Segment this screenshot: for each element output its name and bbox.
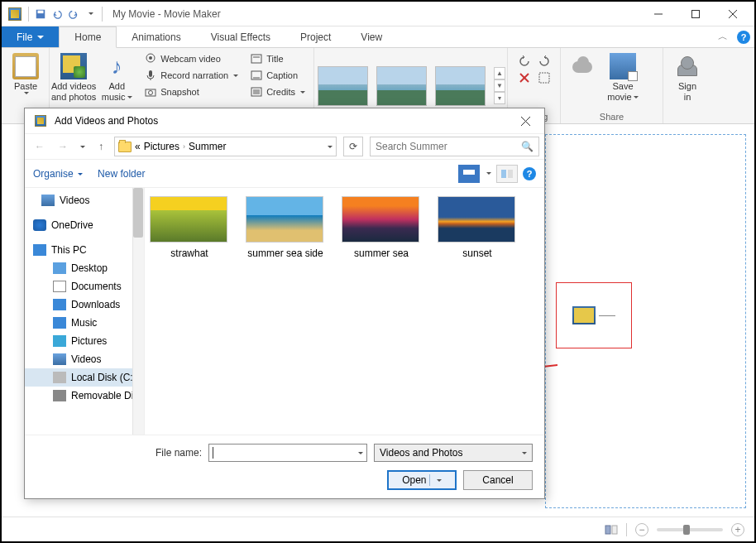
file-item[interactable]: strawhat bbox=[150, 196, 229, 259]
add-videos-photos-button[interactable]: Add videos and photos bbox=[55, 51, 93, 103]
zoom-in-button[interactable]: + bbox=[731, 523, 744, 536]
record-narration-button[interactable]: Record narration bbox=[141, 68, 242, 83]
microphone-icon bbox=[144, 69, 157, 82]
file-item[interactable]: summer sea side bbox=[246, 196, 325, 259]
svg-point-12 bbox=[149, 91, 153, 95]
minimize-button[interactable] bbox=[639, 2, 677, 26]
help-button[interactable]: ? bbox=[733, 26, 754, 47]
organise-menu[interactable]: Organise bbox=[33, 168, 83, 180]
file-name-dropdown[interactable] bbox=[356, 447, 363, 459]
file-type-select[interactable]: Videos and Photos bbox=[374, 444, 533, 462]
search-input[interactable] bbox=[376, 141, 521, 152]
tree-item-videos2[interactable]: Videos bbox=[25, 350, 144, 368]
tree-item-videos[interactable]: Videos bbox=[25, 191, 144, 209]
svg-rect-3 bbox=[691, 10, 699, 17]
view-dropdown[interactable] bbox=[486, 172, 491, 175]
up-button[interactable]: ↑ bbox=[91, 137, 111, 156]
preview-pane-button[interactable] bbox=[496, 165, 518, 183]
tree-item-documents[interactable]: Documents bbox=[25, 277, 144, 296]
tab-home[interactable]: Home bbox=[59, 26, 117, 48]
file-tab[interactable]: File bbox=[2, 26, 59, 47]
svg-rect-26 bbox=[605, 526, 610, 534]
back-button[interactable]: ← bbox=[30, 137, 50, 156]
tree-item-pictures[interactable]: Pictures bbox=[25, 332, 144, 350]
tab-visual-effects[interactable]: Visual Effects bbox=[196, 26, 285, 47]
collapse-ribbon-button[interactable]: ︿ bbox=[713, 26, 733, 47]
breadcrumb-root[interactable]: « bbox=[135, 141, 141, 152]
dialog-icon bbox=[35, 115, 46, 127]
qat-dropdown[interactable] bbox=[82, 6, 98, 22]
zoom-slider[interactable] bbox=[657, 528, 723, 531]
tree-item-local-disk[interactable]: Local Disk (C:) bbox=[25, 368, 144, 387]
separator bbox=[28, 7, 29, 22]
undo-button[interactable] bbox=[49, 6, 65, 22]
dialog-close-button[interactable] bbox=[513, 111, 538, 131]
upload-button[interactable] bbox=[566, 51, 599, 83]
caption-button[interactable]: Caption bbox=[246, 68, 309, 83]
redo-button[interactable] bbox=[65, 6, 82, 22]
snapshot-button[interactable]: Snapshot bbox=[141, 84, 242, 99]
tree-item-removable-disk[interactable]: Removable Disk bbox=[25, 387, 144, 405]
tab-project[interactable]: Project bbox=[285, 26, 346, 47]
tree-item-music[interactable]: Music bbox=[25, 314, 144, 332]
refresh-button[interactable]: ⟳ bbox=[343, 137, 363, 156]
paste-button[interactable]: Paste bbox=[7, 51, 45, 96]
thumbnail bbox=[438, 196, 515, 243]
rotate-right-icon[interactable] bbox=[538, 55, 551, 68]
new-folder-button[interactable]: New folder bbox=[98, 168, 145, 180]
file-name-input[interactable] bbox=[213, 447, 356, 459]
credits-button[interactable]: Credits bbox=[246, 84, 309, 99]
file-grid: strawhat summer sea side summer sea suns… bbox=[145, 188, 544, 435]
cancel-button[interactable]: Cancel bbox=[463, 470, 533, 490]
zoom-out-button[interactable]: − bbox=[635, 523, 648, 536]
breadcrumb-dropdown[interactable] bbox=[328, 146, 333, 148]
file-name: sunset bbox=[438, 247, 517, 259]
tree-item-this-pc[interactable]: This PC bbox=[25, 241, 144, 259]
drop-target[interactable] bbox=[556, 282, 632, 348]
sign-in-button[interactable]: Sign in bbox=[668, 51, 706, 103]
open-button[interactable]: Open bbox=[387, 470, 457, 490]
breadcrumb-item[interactable]: Summer bbox=[189, 141, 226, 152]
theme-scroll[interactable]: ▲▼▾ bbox=[494, 67, 505, 104]
forward-button[interactable]: → bbox=[53, 137, 73, 156]
webcam-video-button[interactable]: Webcam video bbox=[141, 51, 242, 66]
file-name-field[interactable] bbox=[208, 444, 367, 462]
theme-preview[interactable] bbox=[318, 66, 368, 106]
paste-icon bbox=[12, 53, 39, 79]
file-item[interactable]: summer sea bbox=[342, 196, 421, 259]
tree-scrollbar[interactable] bbox=[132, 188, 144, 435]
chevron-right-icon: › bbox=[183, 142, 185, 151]
dialog-help-button[interactable]: ? bbox=[523, 167, 536, 180]
save-qat-button[interactable] bbox=[32, 6, 49, 22]
recent-dropdown[interactable] bbox=[76, 137, 88, 156]
tree-item-downloads[interactable]: Downloads bbox=[25, 296, 144, 314]
maximize-button[interactable] bbox=[677, 2, 714, 26]
breadcrumb[interactable]: « Pictures › Summer bbox=[114, 137, 337, 156]
dialog-nav: ← → ↑ « Pictures › Summer ⟳ 🔍 bbox=[25, 133, 544, 160]
tab-view[interactable]: View bbox=[346, 26, 397, 47]
file-name: strawhat bbox=[150, 247, 229, 259]
svg-rect-32 bbox=[501, 170, 506, 178]
search-box[interactable]: 🔍 bbox=[370, 137, 539, 156]
separator bbox=[102, 7, 103, 22]
select-all-icon[interactable] bbox=[538, 71, 551, 84]
theme-preview[interactable] bbox=[435, 66, 486, 106]
tab-animations[interactable]: Animations bbox=[117, 26, 195, 47]
folder-icon bbox=[118, 142, 132, 152]
theme-preview[interactable] bbox=[376, 66, 427, 106]
close-button[interactable] bbox=[714, 2, 751, 26]
add-music-button[interactable]: Add music bbox=[98, 51, 136, 103]
tree-item-onedrive[interactable]: OneDrive bbox=[25, 216, 144, 234]
save-movie-button[interactable]: Save movie bbox=[604, 51, 642, 103]
storyboard[interactable] bbox=[545, 134, 746, 508]
title-button[interactable]: Title bbox=[246, 51, 309, 66]
view-mode-button[interactable] bbox=[458, 165, 480, 183]
file-item[interactable]: sunset bbox=[438, 196, 517, 259]
view-toggle-icon[interactable] bbox=[605, 523, 618, 536]
rotate-left-icon[interactable] bbox=[518, 55, 531, 68]
breadcrumb-item[interactable]: Pictures bbox=[144, 141, 179, 152]
clip-icon bbox=[572, 306, 596, 324]
dialog-toolbar: Organise New folder ? bbox=[25, 160, 544, 188]
tree-item-desktop[interactable]: Desktop bbox=[25, 259, 144, 277]
delete-icon[interactable] bbox=[518, 71, 531, 84]
